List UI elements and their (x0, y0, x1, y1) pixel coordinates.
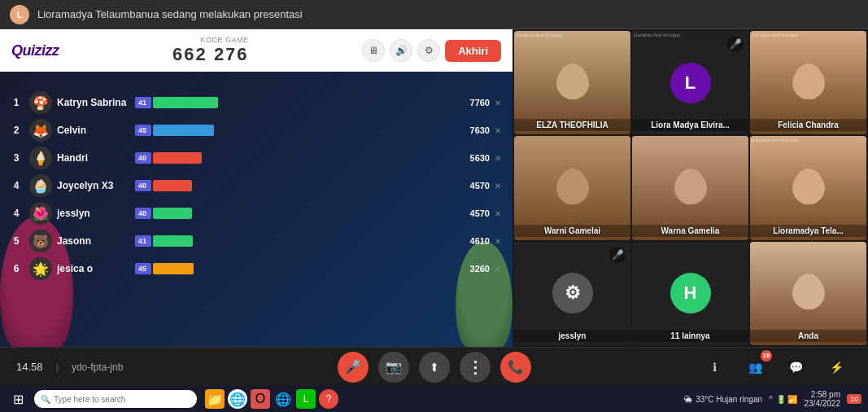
more-button[interactable]: ⋮ (460, 352, 491, 383)
remove-5[interactable]: ✕ (495, 237, 504, 246)
mute-icon-jesslyn: 🎤 (609, 247, 626, 263)
video-tile-warni2: Warna Gamelia (632, 136, 748, 239)
table-row: 4 🌺 jesslyn 40 4570 ✕ (0, 199, 513, 227)
video-tile-jesslyn: ⚙ 🎤jesslyn (514, 242, 630, 345)
remove-4[interactable]: ✕ (495, 209, 504, 218)
taskbar-chrome[interactable]: 🌐 (228, 389, 247, 409)
system-tray: ^ 🔋 📶 (769, 395, 797, 404)
poin-2: 5630 (449, 153, 490, 163)
rank-5: 5 (8, 235, 24, 247)
bar-fill-0 (153, 97, 218, 108)
bar-label-0: 41 (135, 97, 151, 108)
player-name-0: Katryn Sabrina (57, 97, 130, 108)
taskbar-search-input[interactable] (54, 395, 190, 404)
taskbar-files[interactable]: 📁 (205, 389, 225, 409)
table-row: 2 🦊 Celvin 45 7630 ✕ (0, 116, 513, 144)
video-grid: Gerakan Anti Korupsi ELZA THEOFHILIA Ger… (513, 29, 868, 347)
taskbar-office[interactable]: O (251, 389, 270, 409)
end-call-button[interactable]: 📞 (500, 352, 531, 383)
leaderboard-table: 1 🍄 Katryn Sabrina 41 7760 ✕ 2 🦊 Celvin … (0, 87, 513, 284)
remove-0[interactable]: ✕ (495, 99, 504, 107)
bar-fill-2 (153, 152, 202, 164)
main-content: Quizizz KODE GAME 662 276 🖥 🔊 ⚙ Akhiri P… (0, 29, 868, 347)
notification-badge: 10 (847, 394, 861, 404)
weather-text: 33°C Hujan ringan (696, 395, 762, 404)
poin-4: 4570 (449, 208, 490, 218)
player-name-3: Joycelyn X3 (57, 180, 130, 191)
avatar-6: 🌟 (29, 257, 52, 280)
video-button[interactable]: 📷 (378, 352, 409, 383)
remove-6[interactable]: ✕ (495, 265, 504, 274)
video-tile-anda: Anda (750, 242, 866, 345)
bar-container-3: 40 (135, 179, 444, 192)
start-button[interactable]: ⊞ (7, 388, 29, 410)
quizizz-panel: Quizizz KODE GAME 662 276 🖥 🔊 ⚙ Akhiri P… (0, 29, 513, 347)
info-button[interactable]: ℹ (699, 352, 730, 383)
mic-button[interactable]: 🎤 (338, 352, 369, 383)
presenter-avatar: L (10, 5, 29, 24)
meeting-id: ydo-fpta-jnb (72, 362, 123, 373)
game-code: 662 276 (172, 44, 249, 65)
poin-1: 7630 (449, 125, 490, 135)
avatar-2: 🍦 (29, 147, 52, 169)
video-name-elza: ELZA THEOFHILIA (514, 119, 630, 131)
taskbar-line[interactable]: L (296, 389, 316, 409)
bar-container-4: 40 (135, 207, 444, 220)
bar-fill-6 (153, 263, 194, 274)
bar-container-1: 45 (135, 124, 444, 137)
player-name-2: Handri (57, 152, 130, 164)
bar-label-6: 45 (135, 263, 151, 274)
mute-icon-liora: 🎤 (727, 36, 744, 52)
present-button[interactable]: ⬆ (419, 352, 450, 383)
rank-4: 4 (8, 208, 24, 219)
video-name-jesslyn: jesslyn (514, 330, 630, 342)
remove-3[interactable]: ✕ (495, 182, 504, 191)
bar-fill-3 (153, 180, 192, 191)
meeting-info: 14.58 | ydo-fpta-jnb (16, 361, 179, 373)
taskbar-search-box[interactable]: 🔍 (34, 390, 197, 408)
audio-btn[interactable]: 🔊 (390, 39, 412, 62)
video-name-warni1: Warni Gamelai (514, 225, 630, 237)
avatar-5: 🐻 (29, 230, 52, 252)
video-tile-lioramadya2: Gerakan Anti Korupsi Lioramadya Tela... (750, 136, 866, 239)
end-quiz-button[interactable]: Akhiri (445, 40, 501, 62)
title-bar: L Lioramadya Telaumbanua sedang melakuka… (0, 0, 868, 29)
right-controls: ℹ 👥 18 💬 ⚡ (689, 352, 852, 383)
meeting-time: 14.58 (16, 361, 43, 373)
bar-fill-4 (153, 208, 192, 219)
table-row: 3 🍦 Handri 40 5630 ✕ (0, 144, 513, 172)
code-label: KODE GAME (201, 36, 249, 44)
control-buttons: 🎤 📷 ⬆ ⋮ 📞 (179, 352, 689, 383)
video-tile-liora: Gerakan Anti Korupsi L 🎤Liora Madya Elvi… (632, 31, 748, 134)
video-name-anda: Anda (750, 330, 866, 342)
rank-1: 2 (8, 125, 24, 136)
bar-label-3: 40 (135, 180, 151, 191)
clock-time: 2:58 pm (804, 390, 840, 399)
tray-chevron[interactable]: ^ (769, 395, 773, 404)
remove-2[interactable]: ✕ (495, 154, 504, 163)
remove-1[interactable]: ✕ (495, 126, 504, 135)
bar-label-2: 40 (135, 152, 151, 164)
taskbar: ⊞ 🔍 📁 🌐 O 🌐 L ? 🌦 33°C Hujan ringan ^ 🔋 … (0, 386, 868, 412)
taskbar-chrome2[interactable]: 🌐 (273, 389, 293, 409)
presenter-status: Lioramadya Telaumbanua sedang melakukan … (37, 8, 303, 20)
player-name-6: jesica o (57, 263, 130, 274)
avatar-3: 🧁 (29, 174, 52, 197)
chat-button[interactable]: 💬 (780, 352, 811, 383)
table-row: 4 🧁 Joycelyn X3 40 4570 ✕ (0, 172, 513, 199)
bar-label-1: 45 (135, 125, 151, 136)
rank-0: 1 (8, 97, 24, 108)
video-tile-felicia: Gerakan Anti Korupsi Felicia Chandra (750, 31, 866, 134)
activities-button[interactable]: ⚡ (821, 352, 852, 383)
quizizz-header: Quizizz KODE GAME 662 276 🖥 🔊 ⚙ Akhiri (0, 29, 513, 72)
settings-btn[interactable]: ⚙ (417, 39, 440, 62)
control-bar: 14.58 | ydo-fpta-jnb 🎤 📷 ⬆ ⋮ 📞 ℹ 👥 18 💬 … (0, 347, 868, 386)
screen-btn[interactable]: 🖥 (362, 39, 385, 62)
weather-info: 🌦 33°C Hujan ringan (684, 395, 762, 404)
avatar-0: 🍄 (29, 91, 52, 114)
people-button[interactable]: 👥 18 (739, 352, 770, 383)
player-name-4: jesslyn (57, 208, 130, 219)
taskbar-question[interactable]: ? (319, 389, 338, 409)
bar-container-6: 45 (135, 262, 444, 275)
table-row: 5 🐻 Jasonn 41 4610 ✕ (0, 227, 513, 255)
